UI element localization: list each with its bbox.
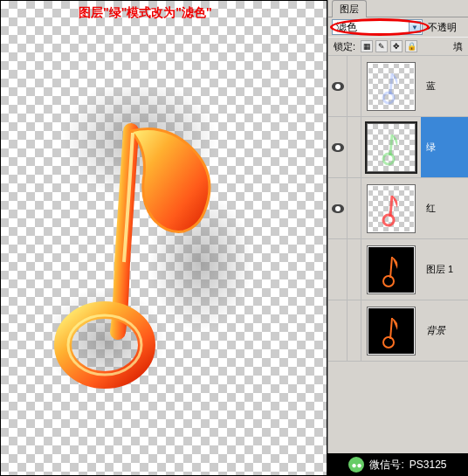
layer-name[interactable]: 蓝: [421, 56, 468, 116]
lock-row: 锁定: ▦ ✎ ✥ 🔒 填: [328, 37, 468, 56]
layer-name[interactable]: 图层 1: [421, 239, 468, 300]
link-column[interactable]: [348, 178, 361, 238]
layer-thumbnail[interactable]: [367, 123, 416, 172]
svg-point-9: [383, 337, 394, 348]
footer-label: 微信号:: [369, 458, 403, 473]
svg-point-6: [383, 154, 394, 164]
svg-point-5: [383, 93, 394, 103]
eye-icon: [332, 143, 344, 152]
layers-panel: 图层 滤色 ▼ 不透明 锁定: ▦ ✎ ✥ 🔒 填 蓝: [327, 0, 468, 476]
blend-mode-row: 滤色 ▼ 不透明: [328, 17, 468, 37]
panel-tabs: 图层: [328, 0, 468, 17]
layer-row[interactable]: 绿: [328, 117, 468, 178]
lock-brush-icon[interactable]: ✎: [375, 40, 388, 52]
layer-name[interactable]: 红: [421, 178, 468, 238]
layer-thumbnail[interactable]: [367, 62, 416, 111]
lock-label: 锁定:: [334, 40, 355, 53]
visibility-toggle[interactable]: [328, 56, 348, 116]
footer-bar: ●● 微信号: PS3125: [327, 453, 468, 476]
svg-point-8: [383, 276, 394, 286]
link-column[interactable]: [348, 56, 361, 116]
lock-all-icon[interactable]: 🔒: [405, 40, 417, 52]
wechat-icon: ●●: [348, 457, 364, 473]
lock-move-icon[interactable]: ✥: [390, 40, 403, 52]
visibility-toggle[interactable]: [328, 117, 348, 177]
layer-row[interactable]: 背景: [328, 300, 468, 362]
layer-row[interactable]: 蓝: [328, 56, 468, 117]
instruction-text: 图层"绿"模式改为"滤色": [79, 5, 212, 21]
link-column[interactable]: [348, 300, 361, 361]
footer-value: PS3125: [410, 459, 447, 471]
fill-label: 填: [453, 40, 463, 53]
lock-transparency-icon[interactable]: ▦: [361, 40, 373, 52]
blend-mode-select[interactable]: 滤色 ▼: [332, 19, 423, 35]
tab-layers[interactable]: 图层: [332, 0, 367, 17]
eye-icon: [332, 82, 344, 91]
canvas-area[interactable]: 图层"绿"模式改为"滤色": [0, 0, 327, 476]
link-column[interactable]: [348, 117, 361, 177]
layers-list: 蓝 绿 红 图层 1: [328, 56, 468, 362]
layer-thumbnail[interactable]: [367, 184, 416, 233]
fire-music-note: [52, 87, 262, 402]
eye-icon: [332, 204, 344, 213]
blend-mode-value: 滤色: [336, 20, 357, 35]
svg-point-7: [383, 215, 394, 225]
opacity-label: 不透明: [428, 21, 457, 34]
layer-name[interactable]: 绿: [421, 117, 468, 177]
link-column[interactable]: [348, 239, 361, 300]
chevron-down-icon[interactable]: ▼: [409, 21, 421, 33]
lock-icons: ▦ ✎ ✥ 🔒: [361, 40, 417, 52]
layer-thumbnail[interactable]: [367, 245, 416, 294]
visibility-toggle[interactable]: [328, 300, 348, 361]
layer-row[interactable]: 图层 1: [328, 239, 468, 300]
layer-row[interactable]: 红: [328, 178, 468, 239]
visibility-toggle[interactable]: [328, 239, 348, 300]
visibility-toggle[interactable]: [328, 178, 348, 238]
layer-name[interactable]: 背景: [421, 300, 468, 361]
layer-thumbnail[interactable]: [367, 307, 416, 355]
